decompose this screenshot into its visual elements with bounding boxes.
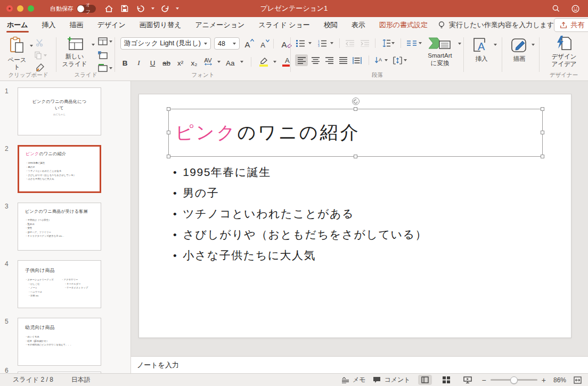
slideshow-view-button[interactable] bbox=[461, 375, 475, 385]
align-left-button[interactable] bbox=[295, 54, 308, 66]
tab-design[interactable]: デザイン bbox=[97, 17, 126, 33]
tab-review[interactable]: 校閲 bbox=[323, 17, 338, 33]
slide-thumbnail-4[interactable]: 子供向け商品 ステーショナリーグッズ けしごむ ノート ペンケース 定規 etc… bbox=[18, 260, 101, 308]
notes-pane[interactable]: ノートを入力 bbox=[131, 356, 588, 373]
tab-slideshow[interactable]: スライド ショー bbox=[258, 17, 310, 33]
convert-smartart-button[interactable]: SmartArt に変換 bbox=[423, 36, 457, 67]
columns-button[interactable] bbox=[407, 40, 422, 47]
strikethrough-button[interactable]: ab bbox=[162, 57, 171, 67]
change-case-button[interactable]: Aa bbox=[225, 57, 235, 67]
slide-sorter-view-button[interactable] bbox=[439, 375, 453, 385]
tab-transitions[interactable]: 画面切り替え bbox=[139, 17, 182, 33]
tab-insert[interactable]: 挿入 bbox=[42, 17, 56, 33]
numbered-list-icon[interactable]: 123 bbox=[318, 39, 327, 47]
increase-indent-icon[interactable] bbox=[361, 40, 369, 47]
highlight-chevron-icon[interactable] bbox=[273, 61, 276, 63]
undo-icon[interactable] bbox=[135, 3, 146, 14]
maximize-button[interactable] bbox=[28, 5, 34, 12]
home-icon[interactable] bbox=[103, 3, 114, 14]
resize-handle-w[interactable] bbox=[167, 131, 170, 134]
slide-editing-surface[interactable]: ピンクのワニの紹介 1995年春に誕生 男の子 ツチノコといわれたことがある さ… bbox=[138, 94, 571, 338]
new-slide-chevron-icon[interactable] bbox=[92, 44, 95, 46]
title-textbox-selected[interactable]: ピンクのワニの紹介 bbox=[168, 109, 543, 157]
justify-button[interactable] bbox=[337, 54, 349, 66]
slide-thumbnail-5[interactable]: 幼児向け商品 ぬいぐるみ 絵本（読み聞かせ） その他玩具にピンクのワニを添えて。… bbox=[18, 318, 101, 366]
bold-button[interactable]: B bbox=[120, 57, 129, 67]
minimize-button[interactable] bbox=[17, 5, 23, 12]
draw-button[interactable]: 描画 bbox=[509, 37, 530, 62]
highlight-button[interactable] bbox=[259, 57, 268, 67]
slide-thumbnail-2-selected[interactable]: ピンクのワニの紹介 1995年春に誕生 男の子 ツチノコといわれたことがある さ… bbox=[18, 145, 101, 193]
numbered-list-chevron-icon[interactable] bbox=[330, 42, 333, 44]
comments-toggle-button[interactable]: コメント bbox=[373, 375, 410, 384]
language-indicator[interactable]: 日本語 bbox=[71, 375, 91, 384]
cut-button[interactable] bbox=[35, 38, 44, 47]
align-text-button[interactable] bbox=[393, 57, 407, 65]
char-spacing-chevron-icon[interactable] bbox=[217, 61, 220, 63]
superscript-button[interactable]: x² bbox=[176, 57, 185, 67]
paste-button[interactable]: ペースト bbox=[5, 36, 29, 71]
layout-button[interactable] bbox=[98, 37, 112, 45]
font-size-combo[interactable]: 48 bbox=[214, 37, 240, 50]
tab-view[interactable]: 表示 bbox=[351, 17, 366, 33]
tab-shape-format[interactable]: 図形の書式設定 bbox=[379, 17, 428, 33]
fit-slide-button[interactable] bbox=[574, 376, 582, 384]
italic-button[interactable]: I bbox=[134, 57, 143, 67]
resize-handle-nw[interactable] bbox=[167, 107, 170, 111]
autosave-toggle[interactable]: オフ bbox=[77, 5, 96, 13]
share-button[interactable]: 共有 bbox=[554, 18, 588, 32]
zoom-slider-track[interactable] bbox=[491, 379, 537, 381]
resize-handle-sw[interactable] bbox=[167, 155, 170, 158]
character-spacing-button[interactable]: AV bbox=[203, 57, 213, 67]
insert-chevron-icon[interactable] bbox=[494, 44, 497, 46]
change-case-chevron-icon[interactable] bbox=[240, 61, 243, 63]
slide-title-text[interactable]: ピンクのワニの紹介 bbox=[175, 109, 361, 156]
smartart-chevron-icon[interactable] bbox=[458, 43, 461, 45]
feedback-smiley-icon[interactable] bbox=[570, 3, 581, 14]
normal-view-button[interactable] bbox=[418, 375, 432, 385]
zoom-percentage[interactable]: 86% bbox=[553, 376, 566, 384]
undo-chevron-icon[interactable] bbox=[151, 7, 154, 10]
autosave-control[interactable]: 自動保存 オフ bbox=[50, 5, 96, 13]
close-button[interactable] bbox=[6, 5, 13, 12]
resize-handle-ne[interactable] bbox=[541, 107, 544, 111]
decrease-indent-icon[interactable] bbox=[346, 40, 354, 47]
zoom-slider-knob[interactable] bbox=[510, 376, 518, 384]
align-right-button[interactable] bbox=[323, 54, 336, 66]
insert-button[interactable]: A 挿入 bbox=[471, 37, 492, 62]
underline-button[interactable]: U bbox=[148, 57, 157, 67]
font-name-combo[interactable]: 游ゴシック Light (見出し) bbox=[120, 37, 211, 50]
toolbar-customize-icon[interactable] bbox=[176, 7, 179, 10]
rotation-handle[interactable] bbox=[352, 98, 360, 105]
slide-thumbnail-3[interactable]: ピンクのワニ商品が受ける客層 子供向け（〜小学生） 乳幼児 女性 親子ペア、ファ… bbox=[18, 203, 101, 251]
tab-draw[interactable]: 描画 bbox=[69, 17, 84, 33]
notes-toggle-button[interactable]: メモ bbox=[341, 375, 366, 384]
search-icon[interactable] bbox=[551, 3, 561, 14]
tab-animations[interactable]: アニメーション bbox=[194, 17, 245, 33]
section-button[interactable] bbox=[98, 64, 112, 72]
reset-slide-button[interactable] bbox=[98, 51, 108, 59]
body-textbox[interactable]: 1995年春に誕生 男の子 ツチノコといわれたことがある さびしがりや（おともだ… bbox=[173, 162, 427, 266]
design-ideas-button[interactable]: デザイン アイデア bbox=[548, 35, 580, 68]
clear-formatting-button[interactable]: A bbox=[280, 38, 289, 49]
grow-font-button[interactable]: A bbox=[243, 38, 252, 49]
copy-button[interactable] bbox=[34, 51, 47, 60]
line-spacing-button[interactable] bbox=[381, 39, 395, 47]
draw-chevron-icon[interactable] bbox=[532, 44, 535, 46]
new-slide-button[interactable]: 新しい スライド bbox=[60, 36, 89, 68]
shrink-font-button[interactable]: A bbox=[258, 38, 267, 49]
save-icon[interactable] bbox=[119, 3, 130, 14]
resize-handle-se[interactable] bbox=[541, 155, 544, 158]
distribute-text-button[interactable] bbox=[350, 54, 363, 66]
redo-icon[interactable] bbox=[160, 3, 170, 14]
slide-thumbnail-1[interactable]: ピンクのワニの商品化について わにちゃん bbox=[18, 87, 101, 135]
paste-chevron-icon[interactable] bbox=[30, 45, 33, 47]
bullet-list-icon[interactable] bbox=[296, 39, 305, 47]
align-center-button[interactable] bbox=[309, 54, 322, 66]
bullet-list-chevron-icon[interactable] bbox=[308, 42, 312, 44]
tab-home[interactable]: ホーム bbox=[6, 17, 29, 33]
subscript-button[interactable]: x₂ bbox=[190, 57, 199, 67]
resize-handle-e[interactable] bbox=[541, 131, 544, 134]
tell-me-assistant[interactable]: 実行したい作業内容を入力します bbox=[438, 20, 554, 30]
text-direction-button[interactable]: A bbox=[374, 57, 388, 65]
